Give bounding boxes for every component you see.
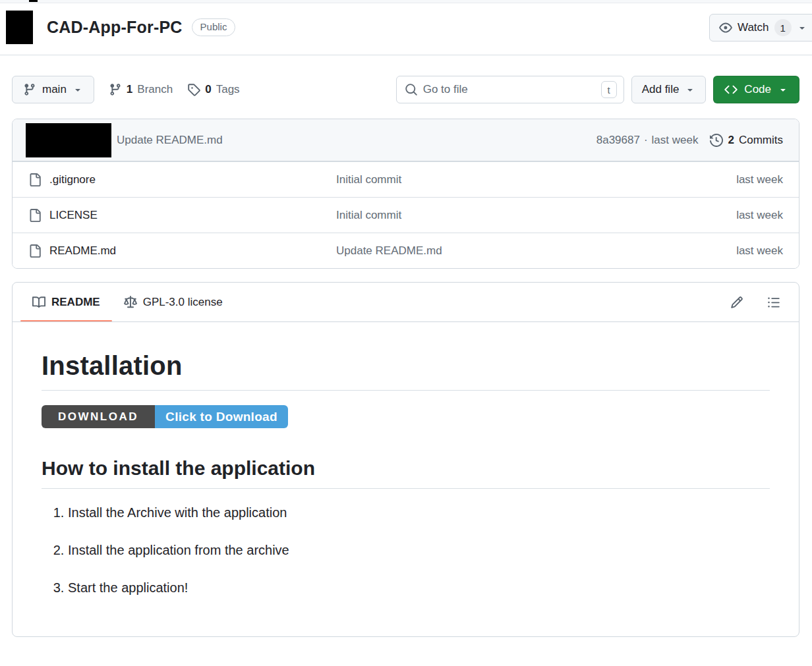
file-commit-date: last week xyxy=(678,173,783,186)
list-item: Start the application! xyxy=(68,580,770,596)
eye-icon xyxy=(719,21,732,34)
tab-license[interactable]: GPL-3.0 license xyxy=(112,283,235,321)
code-button[interactable]: Code xyxy=(713,76,799,103)
add-file-label: Add file xyxy=(642,83,680,96)
file-commit-date: last week xyxy=(678,244,783,258)
file-name-link[interactable]: LICENSE xyxy=(49,209,336,222)
git-branch-icon xyxy=(23,83,36,96)
visibility-badge: Public xyxy=(192,18,236,36)
chevron-down-icon xyxy=(797,22,807,33)
file-commit-message[interactable]: Initial commit xyxy=(336,173,678,186)
latest-commit-meta: 8a39687 · last week xyxy=(596,134,699,147)
law-scales-icon xyxy=(124,296,137,309)
repo-toolbar: main 1 Branch 0 Tags t xyxy=(12,76,799,103)
code-icon xyxy=(724,83,738,96)
outline-toc-button[interactable] xyxy=(765,293,783,312)
file-commit-message[interactable]: Update README.md xyxy=(336,244,678,258)
latest-commit-message[interactable]: Update README.md xyxy=(117,134,223,147)
tab-readme[interactable]: README xyxy=(20,283,112,321)
latest-commit-bar: Update README.md 8a39687 · last week 2 C… xyxy=(13,119,799,161)
commit-date: last week xyxy=(652,134,699,147)
list-unordered-icon xyxy=(767,296,780,309)
file-name-link[interactable]: .gitignore xyxy=(49,173,336,186)
commits-count: 2 xyxy=(728,134,734,147)
commit-author-redacted xyxy=(26,123,111,157)
table-row[interactable]: .gitignore Initial commit last week xyxy=(13,161,799,197)
chevron-down-icon xyxy=(778,84,788,95)
search-icon xyxy=(405,83,418,96)
chevron-down-icon xyxy=(685,84,695,95)
branch-selector[interactable]: main xyxy=(12,76,94,103)
meta-separator: · xyxy=(644,134,648,147)
go-to-file-input[interactable] xyxy=(423,83,596,96)
repo-owner-avatar-redacted xyxy=(6,11,33,44)
branches-count: 1 xyxy=(127,83,132,96)
tag-icon xyxy=(187,83,200,96)
tags-label: Tags xyxy=(216,83,240,96)
redacted-top-fragment xyxy=(29,0,38,2)
download-badge-link[interactable]: DOWNLOAD Click to Download xyxy=(42,405,288,428)
commits-label: Commits xyxy=(739,134,783,147)
viewport-top-edge xyxy=(0,0,812,3)
go-to-file-search[interactable]: t xyxy=(396,76,624,103)
readme-content: Installation DOWNLOAD Click to Download … xyxy=(13,322,799,636)
table-row[interactable]: README.md Update README.md last week xyxy=(13,233,799,268)
commit-sha[interactable]: 8a39687 xyxy=(596,134,640,147)
install-steps-list: Install the Archive with the application… xyxy=(42,505,770,596)
file-browser: Update README.md 8a39687 · last week 2 C… xyxy=(12,119,799,269)
book-icon xyxy=(32,296,45,309)
file-icon xyxy=(28,244,42,258)
branches-link[interactable]: 1 Branch xyxy=(109,83,173,96)
readme-heading-how-to-install: How to install the application xyxy=(42,457,770,489)
branches-label: Branch xyxy=(137,83,173,96)
file-icon xyxy=(28,173,42,186)
readme-heading-installation: Installation xyxy=(42,351,770,391)
edit-readme-button[interactable] xyxy=(728,293,746,312)
watch-label: Watch xyxy=(738,21,769,34)
file-commit-message[interactable]: Initial commit xyxy=(336,209,678,222)
shortcut-key-hint: t xyxy=(601,81,617,98)
watch-count-badge: 1 xyxy=(774,19,792,36)
repo-title: CAD-App-For-PC xyxy=(47,18,183,37)
download-badge-value: Click to Download xyxy=(155,405,288,428)
readme-actions xyxy=(728,283,783,321)
file-commit-date: last week xyxy=(678,209,783,222)
readme-panel: README GPL-3.0 license xyxy=(12,282,799,637)
commit-history-link[interactable]: 2 Commits xyxy=(710,134,783,147)
add-file-button[interactable]: Add file xyxy=(631,76,707,103)
repo-header: CAD-App-For-PC Public xyxy=(0,3,812,55)
list-item: Install the application from the archive xyxy=(68,542,770,558)
tags-link[interactable]: 0 Tags xyxy=(187,83,239,96)
code-button-label: Code xyxy=(744,83,771,96)
watch-button[interactable]: Watch 1 xyxy=(709,14,812,42)
list-item: Install the Archive with the application xyxy=(68,505,770,520)
history-icon xyxy=(710,134,723,147)
tab-license-label: GPL-3.0 license xyxy=(143,296,223,309)
chevron-down-icon xyxy=(72,84,83,95)
table-row[interactable]: LICENSE Initial commit last week xyxy=(13,197,799,233)
download-badge-label: DOWNLOAD xyxy=(42,405,155,428)
file-icon xyxy=(28,209,42,222)
readme-tabbar: README GPL-3.0 license xyxy=(13,283,799,322)
current-branch-label: main xyxy=(42,83,67,96)
file-name-link[interactable]: README.md xyxy=(49,244,336,258)
git-branch-icon xyxy=(109,83,122,96)
tags-count: 0 xyxy=(205,83,211,96)
tab-readme-label: README xyxy=(51,296,100,309)
pencil-icon xyxy=(730,296,743,309)
